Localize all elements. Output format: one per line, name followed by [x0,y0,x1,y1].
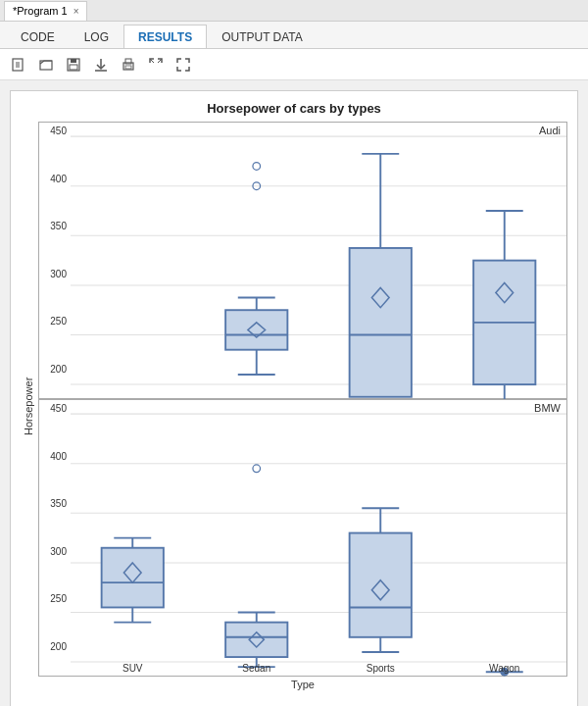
fullscreen-icon [175,57,191,73]
svg-rect-60 [225,623,287,657]
chart-container: Horsepower of cars by types Horsepower A… [10,90,578,706]
toolbar-btn-2[interactable] [35,54,57,76]
svg-rect-12 [125,66,131,69]
y-tick: 450 [39,126,71,136]
toolbar-btn-7[interactable] [172,54,194,76]
y-tick: 300 [39,270,71,279]
tab-log[interactable]: LOG [70,25,123,48]
open-icon [38,57,54,73]
y-tick: 200 [39,365,71,375]
toolbar-btn-4[interactable] [90,54,112,76]
y-tick: 350 [39,222,71,231]
expand-icon [148,57,164,73]
svg-rect-32 [350,248,412,397]
y-axis-label: Horsepower [21,122,36,690]
bmw-panel: BMW 450 400 350 300 250 200 [38,399,567,677]
nav-tabs: CODE LOG RESULTS OUTPUT DATA [0,22,588,49]
title-bar: *Program 1 × [0,0,588,22]
audi-panel: Audi 450 400 350 300 250 200 [38,122,567,399]
x-label-wagon: Wagon [443,663,567,674]
svg-rect-67 [350,533,412,637]
y-tick: 400 [39,452,71,462]
svg-rect-6 [71,59,76,63]
svg-rect-25 [225,310,287,349]
toolbar-btn-3[interactable] [63,54,84,76]
download-icon [93,57,109,73]
x-label-sedan: Sedan [195,663,319,674]
svg-rect-7 [70,65,77,70]
tab-label: *Program 1 [13,5,68,17]
y-tick: 450 [39,404,71,414]
svg-point-57 [253,465,261,473]
y-tick: 250 [39,317,71,327]
svg-point-21 [253,163,261,171]
y-tick: 300 [39,547,71,557]
audi-y-ticks: 450 400 350 300 250 200 [39,123,71,378]
x-labels: SUV Sedan Sports Wagon [71,663,566,674]
close-tab-icon[interactable]: × [74,6,79,17]
bmw-boxplot-svg [71,404,566,702]
program-tab[interactable]: *Program 1 × [4,1,87,21]
tab-results[interactable]: RESULTS [123,25,207,48]
y-tick: 250 [39,594,71,604]
toolbar-btn-5[interactable] [118,54,139,76]
tab-code[interactable]: CODE [6,25,70,48]
y-tick: 350 [39,499,71,509]
chart-title: Horsepower of cars by types [21,101,567,116]
save-icon [66,57,81,73]
y-tick: 400 [39,175,71,184]
audi-boxplot-svg [71,126,566,425]
x-label-suv: SUV [71,663,195,674]
chart-area: Horsepower Audi 450 400 350 300 250 200 [21,122,567,690]
y-tick: 200 [39,642,71,652]
print-icon [121,57,136,73]
toolbar-btn-1[interactable] [8,54,29,76]
x-label-sports: Sports [318,663,443,674]
toolbar [0,49,588,80]
new-icon [11,57,26,73]
bmw-y-ticks: 450 400 350 300 250 200 [39,400,71,656]
toolbar-btn-6[interactable] [145,54,167,76]
tab-output-data[interactable]: OUTPUT DATA [207,25,318,48]
svg-rect-52 [102,548,164,608]
plots-area: Audi 450 400 350 300 250 200 [38,122,567,690]
